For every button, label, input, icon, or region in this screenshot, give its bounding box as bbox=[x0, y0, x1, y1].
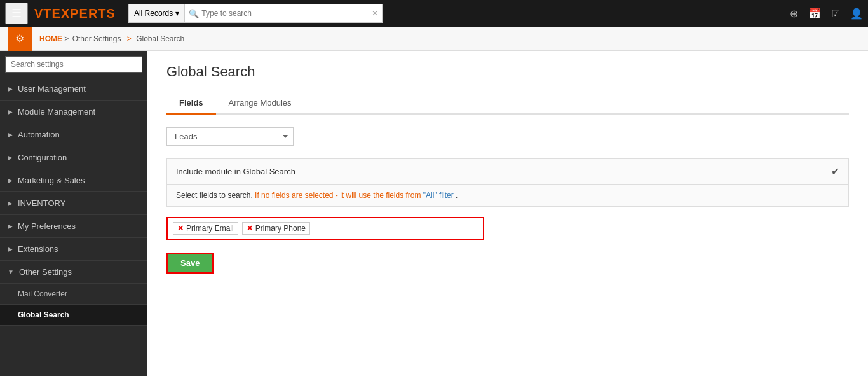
sidebar-item-label: Configuration bbox=[18, 153, 67, 162]
include-module-checkmark[interactable]: ✔ bbox=[831, 165, 839, 178]
save-button[interactable]: Save bbox=[166, 253, 214, 274]
tasks-icon[interactable]: ☑ bbox=[831, 8, 840, 20]
add-icon[interactable]: ⊕ bbox=[790, 8, 798, 20]
select-fields-info: Select fields to search. If no fields ar… bbox=[166, 185, 849, 207]
sidebar-item-extensions[interactable]: ▶ Extensions bbox=[0, 238, 147, 261]
gear-icon: ⚙ bbox=[15, 32, 24, 45]
logo-highlight: X bbox=[61, 6, 70, 20]
tag-remove-icon[interactable]: ✕ bbox=[247, 225, 253, 232]
sidebar-item-label: Automation bbox=[18, 130, 60, 139]
tag-label: Primary Phone bbox=[255, 224, 306, 233]
breadcrumb-sep2: > bbox=[127, 34, 132, 43]
sidebar-item-other-settings[interactable]: ▼ Other Settings bbox=[0, 261, 147, 284]
search-input-wrap: 🔍 ✕ bbox=[184, 4, 383, 23]
hamburger-button[interactable]: ☰ bbox=[5, 3, 28, 24]
sidebar-item-label: User Management bbox=[18, 84, 86, 94]
arrow-icon: ▶ bbox=[8, 108, 13, 115]
arrow-icon: ▶ bbox=[8, 131, 13, 138]
sidebar-item-label: Module Management bbox=[18, 107, 95, 116]
nav-icons: ⊕ 📅 ☑ 👤 bbox=[790, 8, 863, 20]
tab-arrange-modules[interactable]: Arrange Modules bbox=[216, 93, 304, 115]
tab-fields[interactable]: Fields bbox=[166, 93, 216, 115]
sidebar-item-global-search[interactable]: Global Search bbox=[0, 305, 147, 326]
calendar-icon[interactable]: 📅 bbox=[808, 8, 821, 20]
breadcrumb-parent: Other Settings bbox=[72, 34, 121, 43]
sidebar-item-label: Other Settings bbox=[19, 267, 72, 277]
sidebar-item-module-management[interactable]: ▶ Module Management bbox=[0, 101, 147, 123]
arrow-icon: ▶ bbox=[8, 177, 13, 184]
sidebar-item-label: INVENTORY bbox=[18, 198, 65, 208]
tabs: Fields Arrange Modules bbox=[166, 93, 849, 115]
sidebar-item-configuration[interactable]: ▶ Configuration bbox=[0, 146, 147, 169]
sidebar-sub-item-label: Mail Converter bbox=[18, 289, 67, 298]
sidebar-search-input[interactable] bbox=[5, 56, 142, 73]
search-clear-icon[interactable]: ✕ bbox=[372, 9, 378, 18]
search-type-label: All Records bbox=[134, 9, 173, 18]
select-fields-text-part1: Select fields to search. bbox=[176, 191, 253, 200]
breadcrumb-bar: ⚙ HOME > Other Settings > Global Search bbox=[0, 27, 868, 51]
main-layout: ▶ User Management ▶ Module Management ▶ … bbox=[0, 51, 868, 376]
sidebar-item-label: Marketing & Sales bbox=[18, 176, 85, 185]
sidebar-search-wrap bbox=[0, 51, 147, 78]
sidebar-item-marketing-sales[interactable]: ▶ Marketing & Sales bbox=[0, 169, 147, 192]
select-fields-link: "All" filter bbox=[423, 191, 454, 200]
sidebar-item-inventory[interactable]: ▶ INVENTORY bbox=[0, 192, 147, 215]
arrow-icon: ▶ bbox=[8, 223, 13, 230]
tag-remove-icon[interactable]: ✕ bbox=[177, 225, 184, 232]
logo: VTEXPERTS bbox=[34, 6, 116, 21]
top-nav: ☰ VTEXPERTS All Records ▾ 🔍 ✕ ⊕ 📅 ☑ 👤 bbox=[0, 0, 868, 27]
page-title: Global Search bbox=[166, 64, 849, 80]
sidebar-item-label: My Preferences bbox=[18, 221, 76, 231]
include-module-row: Include module in Global Search ✔ bbox=[166, 158, 849, 185]
module-select-wrap: Leads Contacts Accounts Opportunities bbox=[166, 127, 849, 146]
arrow-icon: ▶ bbox=[8, 246, 13, 253]
logo-suffix: PERTS bbox=[70, 6, 116, 20]
tag-primary-email: ✕ Primary Email bbox=[173, 222, 238, 235]
search-input[interactable] bbox=[201, 9, 372, 18]
select-fields-text-part3: . bbox=[456, 191, 458, 200]
tag-label: Primary Email bbox=[186, 224, 234, 233]
sidebar-item-my-preferences[interactable]: ▶ My Preferences bbox=[0, 215, 147, 238]
content-area: Global Search Fields Arrange Modules Lea… bbox=[147, 51, 868, 376]
breadcrumb-home[interactable]: HOME bbox=[39, 34, 62, 43]
arrow-icon: ▶ bbox=[8, 154, 13, 161]
arrow-icon: ▶ bbox=[8, 85, 13, 92]
sidebar-item-user-management[interactable]: ▶ User Management bbox=[0, 78, 147, 101]
save-button-wrap: Save bbox=[166, 253, 849, 274]
select-fields-highlight: If no fields are selected - it will use … bbox=[255, 191, 423, 200]
sidebar-item-mail-converter[interactable]: Mail Converter bbox=[0, 284, 147, 305]
arrow-icon: ▼ bbox=[8, 268, 14, 275]
sidebar-sub-item-label: Global Search bbox=[18, 310, 69, 319]
include-module-label: Include module in Global Search bbox=[176, 167, 831, 176]
breadcrumb-sep1: > bbox=[64, 34, 69, 43]
sidebar: ▶ User Management ▶ Module Management ▶ … bbox=[0, 51, 147, 376]
module-dropdown[interactable]: Leads Contacts Accounts Opportunities bbox=[166, 127, 294, 146]
sidebar-item-automation[interactable]: ▶ Automation bbox=[0, 123, 147, 146]
tags-input-wrap[interactable]: ✕ Primary Email ✕ Primary Phone bbox=[166, 217, 484, 240]
breadcrumb-current: Global Search bbox=[136, 34, 184, 43]
breadcrumb: HOME > Other Settings > Global Search bbox=[39, 34, 184, 43]
global-search-bar: All Records ▾ 🔍 ✕ bbox=[128, 4, 383, 23]
dropdown-arrow-icon: ▾ bbox=[175, 9, 179, 18]
search-icon: 🔍 bbox=[189, 9, 199, 18]
user-icon[interactable]: 👤 bbox=[850, 8, 863, 20]
search-type-dropdown[interactable]: All Records ▾ bbox=[128, 4, 184, 23]
arrow-icon: ▶ bbox=[8, 200, 13, 207]
logo-prefix: VTE bbox=[34, 6, 61, 20]
sidebar-item-label: Extensions bbox=[18, 244, 58, 254]
gear-icon-wrap: ⚙ bbox=[8, 27, 32, 51]
tag-primary-phone: ✕ Primary Phone bbox=[242, 222, 310, 235]
